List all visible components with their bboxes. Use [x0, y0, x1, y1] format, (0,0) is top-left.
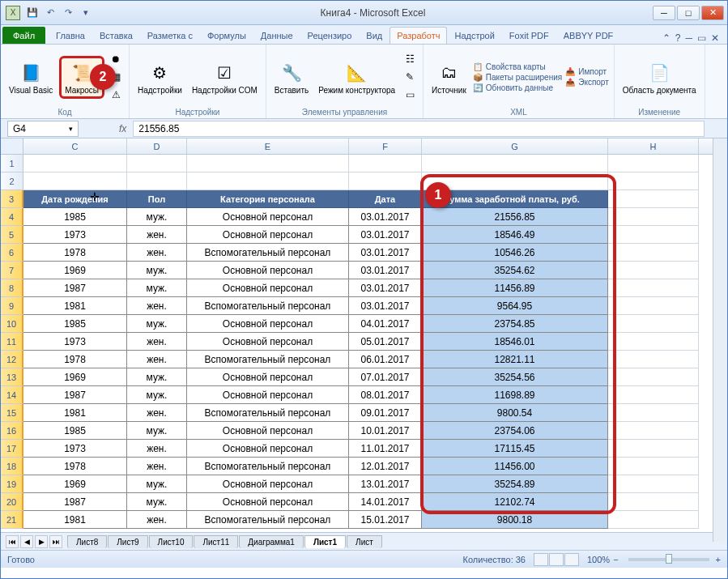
cell[interactable]: Основной персонал: [187, 279, 349, 297]
row-header[interactable]: 20: [1, 493, 23, 511]
cell[interactable]: 05.01.2017: [349, 333, 422, 351]
cell[interactable]: 03.01.2017: [349, 262, 422, 279]
tab-addins[interactable]: Надстрой: [447, 27, 501, 44]
refresh-data-button[interactable]: 🔄 Обновить данные: [473, 83, 562, 92]
cell[interactable]: 03.01.2017: [349, 208, 422, 226]
cell[interactable]: муж.: [127, 208, 187, 226]
cell[interactable]: [608, 172, 699, 190]
cell[interactable]: жен.: [127, 351, 187, 368]
cell[interactable]: жен.: [127, 333, 187, 351]
fx-icon[interactable]: fx: [119, 123, 126, 134]
xml-export-button[interactable]: 📤 Экспорт: [565, 78, 609, 87]
cell[interactable]: Основной персонал: [187, 315, 349, 333]
tab-nav-first[interactable]: ⏮: [6, 535, 19, 548]
sheet-tab[interactable]: Лист9: [108, 535, 147, 548]
save-icon[interactable]: 💾: [25, 6, 40, 20]
tab-view[interactable]: Вид: [359, 27, 390, 44]
tab-foxit[interactable]: Foxit PDF: [502, 27, 556, 44]
sheet-tab[interactable]: Лист1: [304, 535, 346, 548]
properties-icon[interactable]: ☷: [402, 51, 418, 67]
cell[interactable]: [349, 155, 422, 172]
cell[interactable]: жен.: [127, 440, 187, 458]
tab-insert[interactable]: Вставка: [92, 27, 140, 44]
tab-data[interactable]: Данные: [253, 27, 300, 44]
cell[interactable]: 07.01.2017: [349, 368, 422, 386]
qat-dropdown-icon[interactable]: ▾: [79, 6, 93, 20]
cell[interactable]: муж.: [127, 493, 187, 511]
cell[interactable]: Основной персонал: [187, 386, 349, 404]
cell[interactable]: 23754.06: [422, 422, 608, 440]
cell[interactable]: Вспомогательный персонал: [187, 244, 349, 262]
select-all-corner[interactable]: [1, 138, 23, 154]
cell[interactable]: Вспомогательный персонал: [187, 404, 349, 422]
cell[interactable]: 03.01.2017: [349, 297, 422, 315]
cell[interactable]: муж.: [127, 386, 187, 404]
zoom-thumb[interactable]: [666, 554, 672, 564]
cell[interactable]: жен.: [127, 511, 187, 529]
doc-minimize-icon[interactable]: ─: [685, 32, 692, 44]
doc-restore-icon[interactable]: ▭: [697, 32, 706, 44]
cell[interactable]: 18546.01: [422, 333, 608, 351]
cell[interactable]: 1978: [23, 244, 127, 262]
row-header[interactable]: 5: [1, 226, 23, 244]
view-code-icon[interactable]: ✎: [402, 69, 418, 85]
cell[interactable]: 11.01.2017: [349, 440, 422, 458]
cell[interactable]: Вспомогательный персонал: [187, 458, 349, 475]
cell[interactable]: [187, 155, 349, 172]
sheet-tab[interactable]: Лист11: [194, 535, 238, 548]
row-header[interactable]: 16: [1, 422, 23, 440]
zoom-in-button[interactable]: +: [716, 555, 721, 564]
cell[interactable]: [608, 155, 699, 172]
row-header[interactable]: 9: [1, 297, 23, 315]
cell[interactable]: [608, 190, 699, 208]
formula-input[interactable]: 21556.85: [133, 121, 705, 137]
cell[interactable]: 12.01.2017: [349, 458, 422, 475]
cell[interactable]: [608, 226, 699, 244]
tab-formulas[interactable]: Формулы: [200, 27, 253, 44]
cell[interactable]: 35254.62: [422, 262, 608, 279]
cell[interactable]: Основной персонал: [187, 333, 349, 351]
insert-control-button[interactable]: 🔧 Вставить: [271, 58, 312, 96]
col-header-g[interactable]: G: [422, 138, 608, 154]
cell[interactable]: 15.01.2017: [349, 511, 422, 529]
zoom-slider[interactable]: [628, 558, 709, 561]
map-properties-button[interactable]: 📋 Свойства карты: [473, 62, 562, 71]
col-header-d[interactable]: D: [127, 138, 187, 154]
cell[interactable]: [127, 172, 187, 190]
cell[interactable]: 1978: [23, 351, 127, 368]
cell[interactable]: [187, 172, 349, 190]
cell[interactable]: Вспомогательный персонал: [187, 297, 349, 315]
cell[interactable]: 18546.49: [422, 226, 608, 244]
vertical-scrollbar[interactable]: [713, 138, 727, 542]
cell[interactable]: 10546.26: [422, 244, 608, 262]
minimize-button[interactable]: ─: [653, 6, 675, 20]
cell[interactable]: муж.: [127, 279, 187, 297]
cell[interactable]: муж.: [127, 262, 187, 279]
ribbon-minimize-icon[interactable]: ⌃: [662, 32, 671, 44]
cell[interactable]: [608, 458, 699, 475]
name-box[interactable]: G4 ▾: [7, 121, 79, 137]
row-header[interactable]: 15: [1, 404, 23, 422]
row-header[interactable]: 14: [1, 386, 23, 404]
cell[interactable]: [608, 440, 699, 458]
row-header[interactable]: 11: [1, 333, 23, 351]
xml-source-button[interactable]: 🗂 Источник: [428, 58, 470, 96]
sheet-tab[interactable]: Лист8: [67, 535, 107, 548]
cell[interactable]: 1969: [23, 368, 127, 386]
table-header[interactable]: Дата рождения: [23, 190, 127, 208]
cell[interactable]: муж.: [127, 422, 187, 440]
cell[interactable]: Основной персонал: [187, 422, 349, 440]
tab-nav-last[interactable]: ⏭: [49, 535, 62, 548]
cell[interactable]: Основной персонал: [187, 440, 349, 458]
cell[interactable]: 12102.74: [422, 493, 608, 511]
cell[interactable]: [127, 155, 187, 172]
cell[interactable]: жен.: [127, 226, 187, 244]
cell[interactable]: 35254.56: [422, 368, 608, 386]
cell[interactable]: [608, 244, 699, 262]
help-icon[interactable]: ?: [675, 32, 681, 44]
tab-nav-next[interactable]: ▶: [35, 535, 48, 548]
cell[interactable]: [23, 172, 127, 190]
design-mode-button[interactable]: 📐 Режим конструктора: [315, 58, 398, 96]
cell[interactable]: [422, 155, 608, 172]
row-header[interactable]: 19: [1, 475, 23, 493]
